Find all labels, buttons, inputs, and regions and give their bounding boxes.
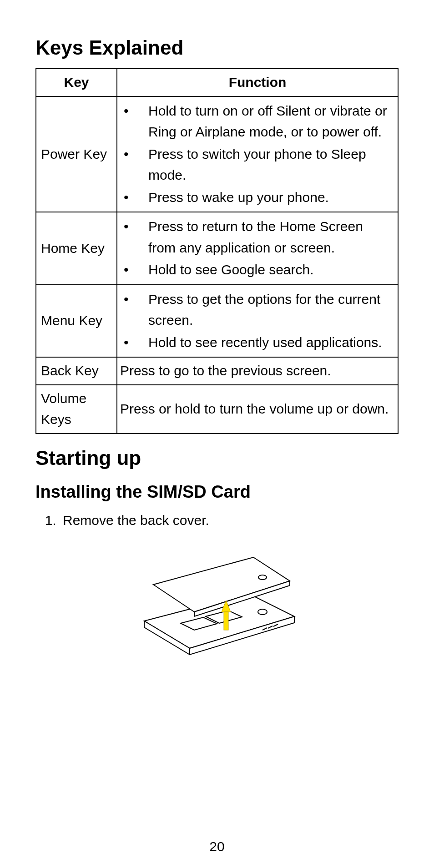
function-bullet: Hold to see recently used applications. xyxy=(120,332,393,353)
keys-table: Key Function Power Key Hold to turn on o… xyxy=(35,68,399,434)
table-row: Home Key Press to return to the Home Scr… xyxy=(36,212,398,285)
function-bullet: Press to switch your phone to Sleep mode… xyxy=(120,144,393,186)
install-steps: Remove the back cover. xyxy=(35,510,399,531)
table-row: Back Key Press to go to the previous scr… xyxy=(36,357,398,385)
key-function: Hold to turn on or off Silent or vibrate… xyxy=(117,96,398,212)
key-function: Press or hold to turn the volume up or d… xyxy=(117,385,398,434)
function-bullet: Press to wake up your phone. xyxy=(120,187,393,208)
table-row: Volume Keys Press or hold to turn the vo… xyxy=(36,385,398,434)
table-row: Power Key Hold to turn on or off Silent … xyxy=(36,96,398,212)
phone-remove-cover-icon xyxy=(126,544,308,662)
key-name: Home Key xyxy=(36,212,117,285)
step-item: Remove the back cover. xyxy=(60,510,399,531)
page-number: 20 xyxy=(0,839,434,854)
function-bullet: Hold to see Google search. xyxy=(120,259,393,281)
key-function: Press to return to the Home Screen from … xyxy=(117,212,398,285)
function-bullet: Hold to turn on or off Silent or vibrate… xyxy=(120,101,393,143)
back-cover-illustration xyxy=(35,544,399,662)
function-bullet: Press to return to the Home Screen from … xyxy=(120,216,393,258)
installing-sim-heading: Installing the SIM/SD Card xyxy=(35,482,399,502)
starting-up-heading: Starting up xyxy=(35,447,399,469)
key-name: Menu Key xyxy=(36,285,117,358)
table-header-key: Key xyxy=(36,69,117,96)
function-bullet: Press to get the options for the current… xyxy=(120,289,393,331)
svg-point-5 xyxy=(258,609,267,615)
svg-point-11 xyxy=(258,575,267,580)
key-name: Volume Keys xyxy=(36,385,117,434)
key-name: Back Key xyxy=(36,357,117,385)
key-function: Press to get the options for the current… xyxy=(117,285,398,358)
svg-rect-13 xyxy=(224,612,228,630)
table-row: Menu Key Press to get the options for th… xyxy=(36,285,398,358)
table-header-function: Function xyxy=(117,69,398,96)
key-name: Power Key xyxy=(36,96,117,212)
keys-explained-heading: Keys Explained xyxy=(35,36,399,59)
key-function: Press to go to the previous screen. xyxy=(117,357,398,385)
